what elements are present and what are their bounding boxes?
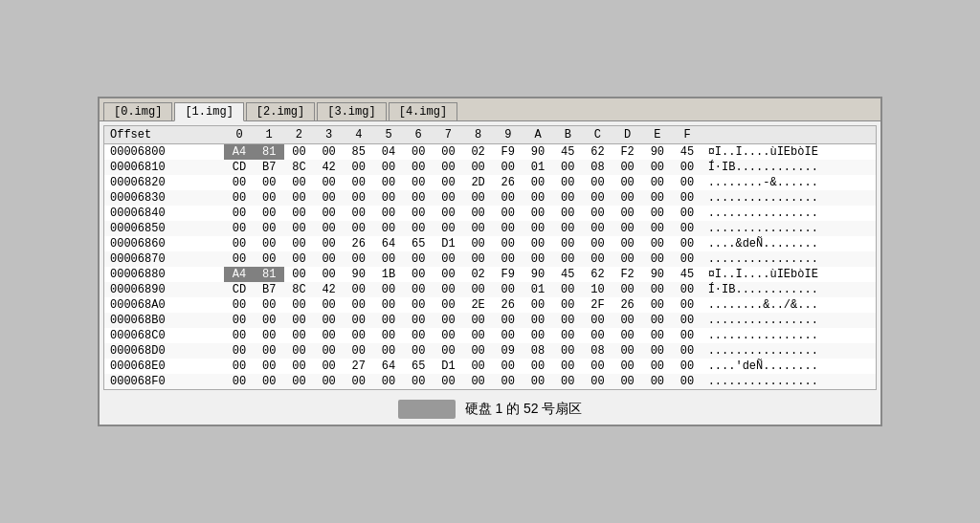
table-header-row: Offset 0 1 2 3 4 5 6 7 8 9 A B C D E F xyxy=(104,126,876,144)
table-row: 000068B000000000000000000000000000000000… xyxy=(104,313,876,328)
tab-3img[interactable]: [3.img] xyxy=(317,102,386,120)
byte-cell: 00 xyxy=(553,160,583,175)
hex-body: 00006800A48100008504000002F9904562F29045… xyxy=(104,144,876,390)
byte-cell: 00 xyxy=(463,374,493,389)
byte-cell: 00 xyxy=(493,236,523,251)
tab-1img[interactable]: [1.img] xyxy=(174,102,243,121)
tab-0img[interactable]: [0.img] xyxy=(103,102,172,120)
byte-cell: 00 xyxy=(463,282,493,297)
byte-cell: 00 xyxy=(553,251,583,267)
byte-cell: 00 xyxy=(255,328,284,343)
offset-cell: 00006870 xyxy=(104,251,224,267)
offset-cell: 00006830 xyxy=(104,190,224,206)
byte-cell: 00 xyxy=(314,236,344,251)
byte-cell: 10 xyxy=(583,282,612,297)
byte-cell: 00 xyxy=(463,313,493,328)
byte-cell: 00 xyxy=(463,236,493,251)
col-6-header: 6 xyxy=(404,126,434,144)
byte-cell: 62 xyxy=(583,144,612,161)
byte-cell: 00 xyxy=(612,206,642,221)
byte-cell: D1 xyxy=(434,359,463,374)
ascii-cell: ................ xyxy=(702,313,876,328)
byte-cell: 00 xyxy=(553,221,583,236)
byte-cell: 00 xyxy=(672,282,702,297)
byte-cell: 00 xyxy=(434,221,463,236)
byte-cell: 00 xyxy=(404,374,434,389)
byte-cell: 00 xyxy=(314,374,344,389)
tab-4img[interactable]: [4.img] xyxy=(389,102,457,120)
table-row: 000068C000000000000000000000000000000000… xyxy=(104,328,876,343)
byte-cell: 00 xyxy=(314,206,344,221)
byte-cell: 00 xyxy=(642,297,672,313)
byte-cell: 65 xyxy=(404,359,434,374)
byte-cell: 00 xyxy=(553,297,583,313)
byte-cell: F2 xyxy=(612,144,642,161)
byte-cell: 00 xyxy=(314,313,344,328)
byte-cell: 00 xyxy=(612,160,642,175)
byte-cell: 00 xyxy=(523,175,552,190)
byte-cell: 00 xyxy=(553,313,583,328)
byte-cell: 00 xyxy=(493,190,523,206)
byte-cell: 00 xyxy=(583,251,612,267)
byte-cell: 00 xyxy=(612,190,642,206)
byte-cell: 00 xyxy=(493,206,523,221)
byte-cell: 00 xyxy=(284,359,314,374)
byte-cell: 00 xyxy=(284,313,314,328)
byte-cell: 00 xyxy=(314,144,344,161)
table-row: 000068D000000000000000000009080008000000… xyxy=(104,343,876,359)
tab-bar[interactable]: [0.img] [1.img] [2.img] [3.img] [4.img] xyxy=(100,98,880,121)
byte-cell: 00 xyxy=(434,343,463,359)
byte-cell: 00 xyxy=(672,251,702,267)
byte-cell: 00 xyxy=(314,343,344,359)
byte-cell: 00 xyxy=(255,221,284,236)
byte-cell: 90 xyxy=(344,267,373,282)
byte-cell: 00 xyxy=(553,374,583,389)
byte-cell: 00 xyxy=(672,206,702,221)
byte-cell: 00 xyxy=(434,282,463,297)
byte-cell: 00 xyxy=(672,190,702,206)
byte-cell: F9 xyxy=(493,144,523,161)
col-B-header: B xyxy=(553,126,583,144)
byte-cell: 00 xyxy=(583,359,612,374)
byte-cell: 00 xyxy=(642,359,672,374)
byte-cell: 00 xyxy=(553,343,583,359)
ascii-cell: ................ xyxy=(702,328,876,343)
byte-cell: 90 xyxy=(523,267,552,282)
ascii-cell: ................ xyxy=(702,374,876,389)
ascii-header xyxy=(702,126,876,144)
offset-cell: 00006810 xyxy=(104,160,224,175)
byte-cell: CD xyxy=(224,282,254,297)
byte-cell: 00 xyxy=(373,190,403,206)
offset-cell: 00006860 xyxy=(104,236,224,251)
table-row: 0000687000000000000000000000000000000000… xyxy=(104,251,876,267)
byte-cell: 00 xyxy=(642,282,672,297)
col-7-header: 7 xyxy=(434,126,463,144)
col-A-header: A xyxy=(523,126,552,144)
byte-cell: 00 xyxy=(553,282,583,297)
ascii-cell: ................ xyxy=(702,206,876,221)
byte-cell: 00 xyxy=(373,206,403,221)
byte-cell: 00 xyxy=(404,267,434,282)
ascii-cell: ................ xyxy=(702,343,876,359)
table-row: 0000684000000000000000000000000000000000… xyxy=(104,206,876,221)
byte-cell: 00 xyxy=(493,160,523,175)
byte-cell: 00 xyxy=(284,374,314,389)
byte-cell: 00 xyxy=(434,190,463,206)
byte-cell: 00 xyxy=(523,328,552,343)
byte-cell: 09 xyxy=(493,343,523,359)
byte-cell: 00 xyxy=(255,236,284,251)
byte-cell: 00 xyxy=(224,343,254,359)
byte-cell: 00 xyxy=(463,221,493,236)
byte-cell: 00 xyxy=(672,359,702,374)
byte-cell: 00 xyxy=(463,251,493,267)
byte-cell: 00 xyxy=(493,328,523,343)
col-3-header: 3 xyxy=(314,126,344,144)
byte-cell: 26 xyxy=(493,175,523,190)
byte-cell: 00 xyxy=(493,282,523,297)
byte-cell: 00 xyxy=(344,175,373,190)
byte-cell: 00 xyxy=(314,359,344,374)
col-5-header: 5 xyxy=(373,126,403,144)
byte-cell: 00 xyxy=(493,251,523,267)
byte-cell: 00 xyxy=(553,190,583,206)
tab-2img[interactable]: [2.img] xyxy=(246,102,315,120)
